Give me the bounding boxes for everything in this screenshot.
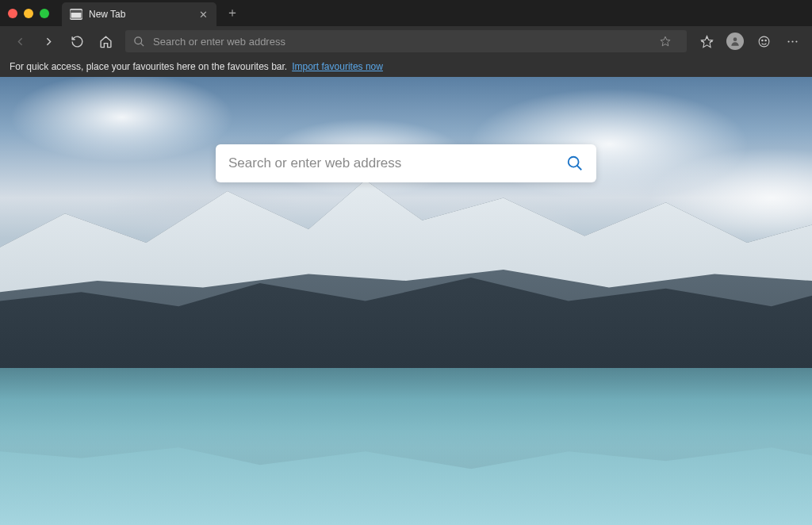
home-button[interactable]: [92, 29, 119, 53]
svg-point-12: [764, 40, 765, 40]
svg-point-10: [759, 36, 769, 47]
maximize-window-button[interactable]: [40, 9, 49, 18]
title-bar: New Tab ✕ ＋: [0, 0, 812, 26]
avatar: [726, 33, 744, 50]
forward-button[interactable]: [35, 29, 62, 53]
search-icon: [133, 36, 145, 48]
new-tab-button[interactable]: ＋: [224, 5, 240, 21]
svg-marker-4: [661, 36, 670, 46]
favourite-star-button[interactable]: [660, 29, 679, 53]
favourites-button[interactable]: [693, 29, 720, 53]
profile-button[interactable]: [722, 29, 749, 53]
svg-point-15: [795, 40, 797, 42]
address-bar[interactable]: [125, 30, 687, 52]
svg-point-16: [569, 157, 579, 167]
refresh-button[interactable]: [63, 29, 90, 53]
page-icon: [70, 9, 82, 20]
window-controls: [8, 9, 49, 18]
svg-point-2: [135, 36, 142, 44]
center-search-box[interactable]: [216, 144, 596, 182]
center-search-input[interactable]: [228, 155, 566, 171]
svg-line-17: [577, 166, 582, 171]
minimize-window-button[interactable]: [24, 9, 33, 18]
close-window-button[interactable]: [8, 9, 17, 18]
address-input[interactable]: [153, 36, 660, 48]
favourites-hint-text: For quick access, place your favourites …: [10, 61, 287, 72]
back-button[interactable]: [6, 29, 33, 53]
svg-point-9: [733, 37, 737, 41]
import-favourites-link[interactable]: Import favourites now: [292, 61, 383, 72]
close-tab-button[interactable]: ✕: [197, 9, 209, 20]
favourites-bar: For quick access, place your favourites …: [0, 56, 812, 77]
svg-rect-1: [71, 10, 82, 13]
svg-point-11: [761, 40, 762, 40]
svg-point-14: [791, 40, 793, 42]
tab-new-tab[interactable]: New Tab ✕: [62, 2, 216, 26]
more-menu-button[interactable]: [779, 29, 806, 53]
content-area: [0, 77, 812, 525]
feedback-button[interactable]: [750, 29, 777, 53]
svg-line-3: [140, 43, 144, 46]
toolbar: [0, 26, 812, 56]
search-icon[interactable]: [566, 155, 584, 172]
svg-point-13: [787, 40, 789, 42]
tab-title: New Tab: [89, 9, 125, 20]
